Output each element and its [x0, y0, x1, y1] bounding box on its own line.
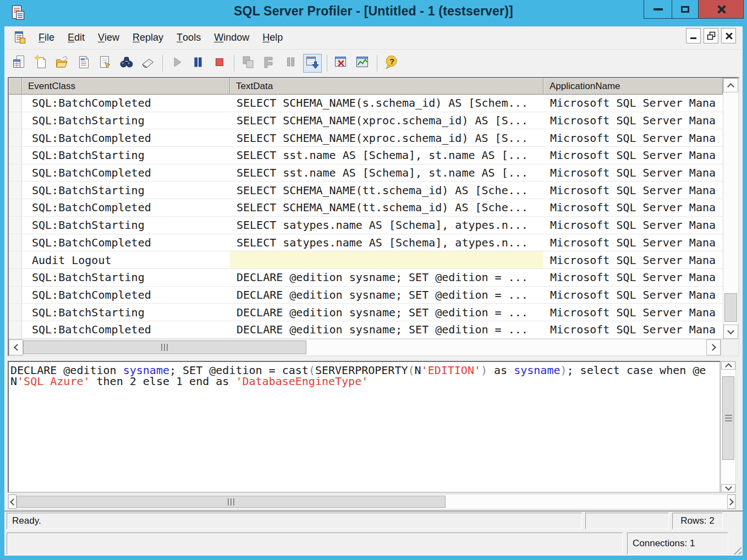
auto-scroll-button[interactable] [303, 54, 322, 73]
performance-data-button[interactable] [353, 54, 372, 73]
grid-vertical-scrollbar[interactable] [723, 78, 738, 339]
chevron-up-icon [727, 83, 734, 90]
status-message: Ready. [12, 515, 41, 526]
trace-grid-top: EventClass TextData ApplicationName SQL:… [9, 78, 738, 339]
run-to-cursor-button[interactable] [260, 54, 279, 73]
menu-tools[interactable]: Tools [170, 26, 207, 49]
grid-scroll-left-button[interactable] [9, 339, 23, 355]
column-header-applicationname[interactable]: ApplicationName [543, 78, 723, 95]
new-trace-button[interactable] [10, 54, 29, 73]
trace-settings-button[interactable] [332, 54, 350, 73]
detail-vertical-scrollbar[interactable] [721, 361, 736, 493]
minimize-icon [653, 8, 663, 10]
properties-button[interactable] [96, 54, 114, 73]
table-row[interactable]: SQL:BatchStartingSELECT satypes.name AS … [9, 217, 723, 234]
column-header-eventclass[interactable]: EventClass [22, 78, 230, 95]
grid-horizontal-scrollbar[interactable] [9, 339, 738, 355]
pause-trace-button[interactable] [189, 54, 207, 73]
execute-one-step-button[interactable] [239, 54, 257, 73]
table-row[interactable]: SQL:BatchStartingDECLARE @edition sysnam… [9, 304, 723, 321]
text-detail-pane[interactable]: DECLARE @edition sysname; SET @edition =… [8, 361, 721, 493]
row-header-cell [9, 147, 22, 164]
table-row[interactable]: SQL:BatchCompletedSELECT SCHEMA_NAME(tt.… [9, 199, 723, 217]
menu-file[interactable]: File [32, 26, 61, 49]
help-button[interactable]: ? [382, 54, 400, 73]
menu-window[interactable]: Window [207, 26, 256, 49]
find-button[interactable] [117, 54, 136, 73]
toggle-breakpoint-button[interactable] [282, 54, 300, 73]
grid-vscroll-track[interactable] [723, 92, 738, 325]
menu-help[interactable]: Help [256, 26, 289, 49]
detail-scroll-up-button[interactable] [721, 361, 735, 370]
table-row[interactable]: SQL:BatchStartingSELECT SCHEMA_NAME(xpro… [9, 112, 723, 130]
mdi-close-button[interactable] [721, 28, 736, 43]
table-row[interactable]: SQL:BatchCompletedDECLARE @edition sysna… [9, 321, 723, 339]
close-button[interactable] [699, 0, 744, 19]
grid-scroll-up-button[interactable] [723, 78, 738, 92]
textdata-cell: SELECT SCHEMA_NAME(tt.schema_id) AS [Sch… [230, 199, 543, 216]
grid-scroll-down-button[interactable] [723, 325, 738, 339]
detail-scroll-left-button[interactable] [8, 495, 17, 509]
table-row[interactable]: SQL:BatchStartingSELECT sst.name AS [Sch… [9, 147, 723, 164]
applicationname-cell: Microsoft SQL Server Mana [543, 269, 723, 286]
menu-view[interactable]: View [91, 26, 126, 49]
detail-scroll-down-button[interactable] [721, 484, 735, 492]
detail-vscroll-thumb[interactable] [722, 376, 734, 460]
clear-trace-icon [141, 55, 155, 72]
applicationname-cell: Microsoft SQL Server Mana [543, 199, 723, 216]
detail-horizontal-scrollbar[interactable] [8, 494, 736, 509]
trace-grid-rows: SQL:BatchCompletedSELECT SCHEMA_NAME(s.s… [9, 95, 723, 339]
textdata-cell: SELECT sst.name AS [Schema], st.name AS … [230, 147, 543, 164]
run-to-cursor-icon [262, 55, 277, 72]
textdata-cell: SELECT SCHEMA_NAME(xproc.schema_id) AS [… [230, 112, 543, 129]
scroll-grip-icon [161, 344, 168, 351]
grid-hscroll-track[interactable] [23, 339, 706, 355]
mdi-minimize-button[interactable] [686, 28, 701, 43]
clear-trace-button[interactable] [139, 54, 157, 73]
textdata-cell [230, 251, 543, 268]
table-row[interactable]: SQL:BatchCompletedSELECT SCHEMA_NAME(xpr… [9, 129, 723, 147]
applicationname-cell: Microsoft SQL Server Mana [543, 182, 723, 199]
stop-trace-button[interactable] [210, 54, 229, 73]
menu-replay[interactable]: Replay [126, 26, 170, 49]
menu-edit[interactable]: Edit [61, 26, 91, 49]
maximize-button[interactable] [672, 0, 699, 19]
chevron-right-icon [727, 498, 734, 506]
table-row[interactable]: Audit LogoutMicrosoft SQL Server Mana [9, 251, 723, 269]
save-trace-icon [76, 55, 91, 72]
textdata-cell: SELECT SCHEMA_NAME(s.schema_id) AS [Sche… [230, 95, 543, 112]
mdi-restore-button[interactable] [704, 28, 718, 43]
row-header-cell [9, 164, 22, 182]
row-header-cell [9, 95, 22, 112]
grid-vscroll-thumb[interactable] [724, 293, 737, 322]
column-header-textdata[interactable]: TextData [230, 78, 543, 95]
new-template-button[interactable] [31, 54, 50, 73]
mdi-document-icon[interactable] [13, 31, 26, 45]
toolbar: ? [4, 50, 743, 77]
app-status-empty-panel [7, 532, 623, 554]
save-trace-button[interactable] [74, 54, 93, 73]
applicationname-cell: Microsoft SQL Server Mana [543, 129, 723, 146]
row-header-cell [9, 234, 22, 251]
table-row[interactable]: SQL:BatchStartingDECLARE @edition sysnam… [9, 269, 723, 287]
row-header-cell [9, 321, 22, 338]
minimize-button[interactable] [644, 0, 672, 19]
grid-hscroll-thumb[interactable] [23, 341, 306, 354]
table-row[interactable]: SQL:BatchCompletedSELECT sst.name AS [Sc… [9, 164, 723, 182]
detail-hscroll-track[interactable] [17, 495, 727, 509]
table-row[interactable]: SQL:BatchCompletedSELECT satypes.name AS… [9, 234, 723, 252]
detail-vscroll-track[interactable] [721, 370, 735, 484]
eventclass-cell: Audit Logout [22, 251, 230, 268]
open-trace-button[interactable] [53, 54, 72, 73]
detail-hscroll-thumb[interactable] [17, 496, 446, 508]
table-row[interactable]: SQL:BatchStartingSELECT SCHEMA_NAME(tt.s… [9, 182, 723, 199]
start-replay-button[interactable] [167, 54, 186, 73]
toolbar-separator [327, 55, 327, 72]
rows-count: Rows: 2 [680, 515, 714, 526]
grid-scroll-right-button[interactable] [706, 339, 721, 355]
table-row[interactable]: SQL:BatchCompletedSELECT SCHEMA_NAME(s.s… [9, 95, 723, 112]
table-row[interactable]: SQL:BatchCompletedDECLARE @edition sysna… [9, 287, 723, 304]
detail-scroll-right-button[interactable] [727, 495, 735, 509]
status-rows-panel: Rows: 2 [672, 513, 723, 529]
maximize-icon [681, 6, 689, 13]
